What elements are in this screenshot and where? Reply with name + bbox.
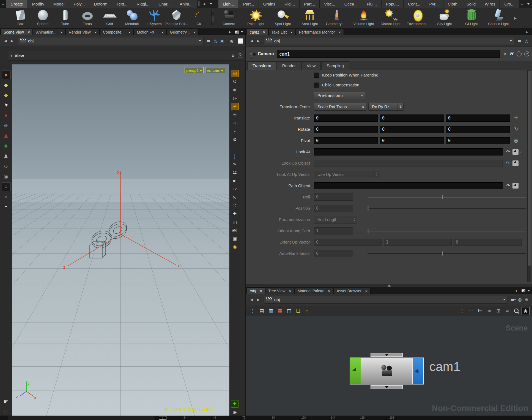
- shelf-menu-caret-icon[interactable]: [527, 3, 530, 5]
- spinner-icon[interactable]: [351, 216, 357, 223]
- roll-slider[interactable]: [368, 195, 526, 200]
- state-handles-icon[interactable]: ◆: [2, 81, 10, 89]
- look-at-field[interactable]: [314, 148, 503, 156]
- grab-hand-icon[interactable]: ☛: [2, 397, 10, 405]
- path-field[interactable]: obj: [264, 296, 508, 304]
- pane-tab[interactable]: Composite...: [100, 29, 133, 35]
- close-icon[interactable]: [95, 30, 97, 34]
- orient-up-y-field[interactable]: 1: [384, 239, 452, 246]
- camera-select-chip[interactable]: no cam: [205, 67, 225, 73]
- add-tab-icon[interactable]: +: [227, 29, 233, 35]
- hand-tool-icon[interactable]: ☛: [231, 177, 238, 184]
- shelf-tab[interactable]: Anim...: [175, 0, 197, 8]
- path-field[interactable]: obj: [18, 37, 204, 45]
- scrollbar-thumb[interactable]: [528, 71, 531, 266]
- close-icon[interactable]: [328, 289, 330, 293]
- pivot-y-field[interactable]: 0: [380, 137, 444, 144]
- tool-transform-icon[interactable]: ●: [2, 111, 10, 119]
- net-details-icon[interactable]: ▥: [267, 307, 275, 315]
- link-icon[interactable]: ◎: [523, 38, 530, 44]
- close-icon[interactable]: [28, 30, 30, 34]
- close-icon[interactable]: [128, 30, 131, 34]
- orient-along-path-slider[interactable]: [368, 228, 526, 233]
- node-output-connector[interactable]: [371, 385, 403, 389]
- parameter-tab[interactable]: Sampling: [321, 61, 349, 70]
- pin-icon[interactable]: [517, 38, 523, 44]
- shelf-tab[interactable]: Wires: [480, 0, 500, 8]
- pane-tab[interactable]: Tree View: [265, 288, 294, 294]
- clapper-icon[interactable]: ◫: [2, 407, 10, 416]
- flipbook-icon[interactable]: 12: [231, 186, 238, 192]
- no-camera-icon[interactable]: ⊗: [231, 86, 238, 93]
- grip-handle[interactable]: [198, 1, 201, 6]
- op-jump-icon[interactable]: [505, 149, 511, 154]
- tool-rings-icon[interactable]: ◎: [2, 172, 10, 181]
- net-find-icon[interactable]: [513, 307, 520, 315]
- text-overlay-icon[interactable]: abc: [231, 227, 238, 234]
- shelf-tool[interactable]: Distant Light: [377, 8, 404, 26]
- spinner-icon[interactable]: [374, 171, 380, 178]
- shelf-menu-caret-icon[interactable]: [210, 3, 212, 5]
- shelf-tab[interactable]: Riggi...: [132, 0, 154, 8]
- tool-torus-icon[interactable]: ○: [2, 182, 10, 191]
- net-palette-icon[interactable]: ▦: [276, 307, 284, 315]
- path-dropdown-icon[interactable]: [199, 40, 201, 42]
- pre-transform-button[interactable]: Pre-transform: [314, 92, 365, 99]
- rotate-z-field[interactable]: 0: [446, 126, 510, 133]
- roll-field[interactable]: 0: [314, 193, 353, 201]
- snap-icon[interactable]: ✚: [231, 210, 238, 217]
- path-field[interactable]: obj: [264, 37, 514, 45]
- orient-along-path-field[interactable]: 1: [314, 227, 353, 234]
- ambient-light-icon[interactable]: ☀: [231, 111, 238, 118]
- shelf-tool[interactable]: Environmen...: [404, 8, 431, 26]
- shelf-tool[interactable]: Tube: [54, 8, 76, 26]
- shelf-tab[interactable]: Part...: [300, 0, 320, 8]
- viewport-layout-icon[interactable]: ▤: [231, 70, 238, 77]
- pane-tab[interactable]: Material Palette: [295, 288, 333, 294]
- pane-tab[interactable]: Geometry...: [167, 29, 199, 35]
- shelf-tool[interactable]: GI Light: [458, 8, 485, 26]
- shelf-tab[interactable]: Visc...: [320, 0, 340, 8]
- node-input-connector[interactable]: [371, 353, 403, 357]
- param-scrollbar[interactable]: [527, 70, 531, 282]
- net-gallery-icon[interactable]: ⌂: [303, 307, 311, 315]
- color-swatch[interactable]: [238, 38, 243, 44]
- add-shelf-tab-icon[interactable]: +: [202, 0, 207, 8]
- help-icon[interactable]: [238, 53, 242, 58]
- shelf-tool[interactable]: Box: [9, 8, 32, 26]
- gear-menu-icon[interactable]: ✳: [523, 296, 530, 303]
- gear-menu-icon[interactable]: ✳: [503, 51, 507, 57]
- net-visibility-icon[interactable]: ◉: [522, 307, 529, 315]
- shelf-tab[interactable]: Popu...: [382, 0, 404, 8]
- auto-bank-field[interactable]: 0: [314, 250, 353, 257]
- auto-bank-slider[interactable]: [368, 251, 526, 256]
- add-shelf-tab-icon[interactable]: +: [519, 0, 525, 8]
- grip-dots-icon[interactable]: ∷: [520, 150, 523, 154]
- view-cycle-icon[interactable]: ◎: [231, 95, 238, 102]
- parameter-tab[interactable]: Render: [277, 61, 301, 70]
- shelf-tool[interactable]: Platonic Soli...: [165, 8, 188, 26]
- playbar[interactable]: 1 24487296120144168192: [0, 416, 532, 420]
- shelf-tool[interactable]: Volume Light: [350, 8, 377, 26]
- hook-icon[interactable]: ⌡: [231, 152, 238, 159]
- close-icon[interactable]: [263, 30, 265, 34]
- info-icon[interactable]: i: [517, 51, 522, 56]
- net-list-icon[interactable]: ▤: [258, 307, 265, 315]
- shelf-tab[interactable]: Poly...: [69, 0, 90, 8]
- shelf-tool[interactable]: Sky Light: [431, 8, 458, 26]
- spinner-icon[interactable]: [397, 103, 403, 110]
- shelf-tool[interactable]: Caustic Light: [485, 8, 512, 26]
- shelf-tool[interactable]: Metaball: [121, 8, 143, 26]
- shelf-tool[interactable]: Grid: [98, 8, 121, 26]
- materials-icon[interactable]: ⚙: [231, 136, 238, 143]
- high-quality-icon[interactable]: ◖: [231, 128, 238, 135]
- tool-character-icon[interactable]: ♟: [2, 132, 10, 140]
- close-icon[interactable]: [365, 289, 368, 293]
- shelf-tab[interactable]: Ocea...: [340, 0, 362, 8]
- shelf-tab[interactable]: Cont...: [404, 0, 425, 8]
- state-pivot-icon[interactable]: ◆: [2, 91, 10, 99]
- net-note-icon[interactable]: ❏: [294, 307, 302, 315]
- shelf-tool[interactable]: Sphere: [32, 8, 54, 26]
- pin-icon[interactable]: [510, 296, 517, 303]
- tool-select-icon[interactable]: ➤: [0, 99, 12, 111]
